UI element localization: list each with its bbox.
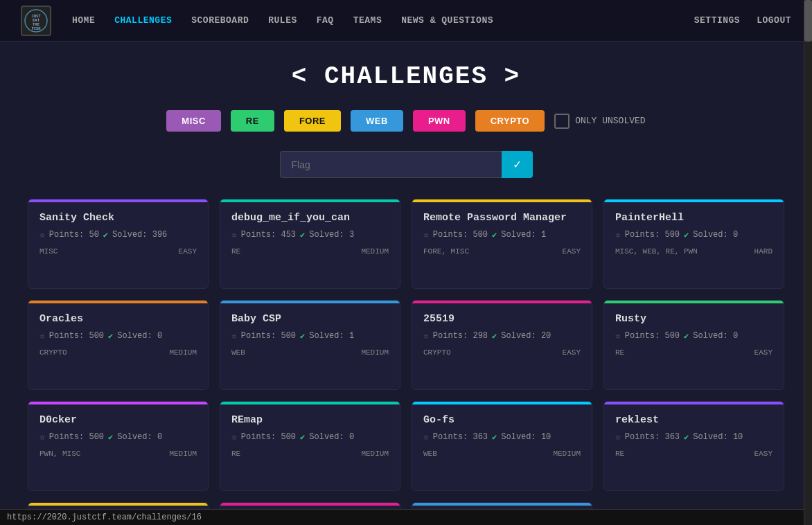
nav-right: SETTINGS LOGOUT [694, 15, 791, 26]
navbar: JUST EAT THE FISH HOME CHALLENGES SCOREB… [0, 0, 812, 42]
challenge-title: Sanity Check [39, 212, 197, 224]
check-icon: ✔ [492, 432, 497, 443]
star-icon: ☆ [231, 229, 237, 240]
nav-home[interactable]: HOME [72, 15, 95, 26]
challenge-points: Points: 453 [241, 230, 296, 240]
check-icon: ✔ [103, 230, 108, 240]
svg-text:FISH: FISH [31, 26, 40, 30]
nav-faq[interactable]: FAQ [317, 15, 334, 26]
challenge-title: REmap [231, 414, 389, 426]
challenge-meta: ☆ Points: 363 ✔ Solved: 10 [615, 431, 773, 443]
challenge-category: RE [615, 450, 624, 458]
star-icon: ☆ [39, 431, 45, 443]
challenge-solved: Solved: 396 [112, 230, 167, 240]
challenge-category: MISC [39, 247, 58, 256]
challenge-category: MISC, WEB, RE, PWN [615, 247, 698, 256]
flag-input[interactable] [280, 151, 502, 178]
statusbar-url: https://2020.justctf.team/challenges/16 [7, 513, 202, 522]
nav-rules[interactable]: RULES [268, 15, 297, 26]
challenge-title: reklest [615, 414, 773, 426]
main-content: < CHALLENGES > MISC RE FORE WEB PWN CRYP… [0, 42, 812, 525]
flag-submit-btn[interactable]: ✓ [502, 151, 533, 178]
challenge-difficulty: MEDIUM [361, 450, 389, 458]
only-unsolved-checkbox[interactable] [554, 114, 570, 129]
challenge-footer: WEB MEDIUM [423, 450, 581, 458]
challenge-title: D0cker [39, 414, 197, 426]
only-unsolved-label[interactable]: ONLY UNSOLVED [554, 114, 645, 129]
filter-web-btn[interactable]: WEB [351, 110, 403, 132]
challenge-meta: ☆ Points: 453 ✔ Solved: 3 [231, 229, 389, 240]
star-icon: ☆ [615, 330, 621, 341]
check-icon: ✔ [108, 331, 113, 341]
only-unsolved-text: ONLY UNSOLVED [575, 116, 645, 126]
filter-pwn-btn[interactable]: PWN [413, 110, 466, 132]
challenge-card[interactable]: Go-fs ☆ Points: 363 ✔ Solved: 10 WEB MED… [412, 401, 592, 491]
challenge-category: CRYPTO [423, 348, 451, 357]
nav-links: HOME CHALLENGES SCOREBOARD RULES FAQ TEA… [72, 15, 694, 26]
nav-settings[interactable]: SETTINGS [694, 15, 740, 26]
challenge-category: RE [231, 247, 240, 256]
challenge-footer: CRYPTO EASY [423, 348, 581, 357]
challenge-category: PWN, MISC [39, 450, 80, 458]
filters-row: MISC RE FORE WEB PWN CRYPTO ONLY UNSOLVE… [28, 110, 784, 132]
challenge-difficulty: MEDIUM [361, 348, 389, 357]
challenge-card[interactable]: Sanity Check ☆ Points: 50 ✔ Solved: 396 … [28, 199, 209, 289]
star-icon: ☆ [231, 330, 237, 341]
challenge-category: RE [615, 348, 624, 357]
challenge-footer: MISC, WEB, RE, PWN HARD [615, 247, 773, 256]
challenge-card[interactable]: Remote Password Manager ☆ Points: 500 ✔ … [412, 199, 592, 289]
statusbar: https://2020.justctf.team/challenges/16 [0, 509, 812, 525]
scrollbar-handle[interactable] [804, 0, 812, 42]
challenge-difficulty: MEDIUM [361, 247, 389, 256]
challenge-card[interactable]: 25519 ☆ Points: 298 ✔ Solved: 20 CRYPTO … [412, 300, 592, 390]
challenge-card[interactable]: REmap ☆ Points: 500 ✔ Solved: 0 RE MEDIU… [220, 401, 400, 491]
star-icon: ☆ [423, 431, 429, 443]
challenge-card[interactable]: D0cker ☆ Points: 500 ✔ Solved: 0 PWN, MI… [28, 401, 209, 491]
challenge-difficulty: MEDIUM [169, 450, 197, 458]
challenge-card[interactable]: debug_me_if_you_can ☆ Points: 453 ✔ Solv… [220, 199, 400, 289]
logo[interactable]: JUST EAT THE FISH [21, 6, 51, 36]
challenge-difficulty: EASY [754, 348, 773, 357]
challenge-solved: Solved: 0 [117, 432, 162, 442]
challenge-solved: Solved: 1 [501, 230, 546, 240]
check-icon: ✔ [492, 331, 497, 341]
challenge-points: Points: 50 [49, 230, 99, 240]
filter-crypto-btn[interactable]: CRYPTO [475, 110, 545, 132]
challenge-card[interactable]: Oracles ☆ Points: 500 ✔ Solved: 0 CRYPTO… [28, 300, 209, 390]
nav-scoreboard[interactable]: SCOREBOARD [191, 15, 249, 26]
check-icon: ✔ [300, 432, 305, 443]
challenge-footer: PWN, MISC MEDIUM [39, 450, 197, 458]
challenge-points: Points: 500 [49, 331, 104, 341]
challenge-footer: WEB MEDIUM [231, 348, 389, 357]
challenge-title: Remote Password Manager [423, 212, 581, 224]
nav-teams[interactable]: TEAMS [353, 15, 382, 26]
challenge-title: Rusty [615, 313, 773, 325]
nav-news[interactable]: NEWS & QUESTIONS [401, 15, 493, 26]
challenge-card[interactable]: Rusty ☆ Points: 500 ✔ Solved: 0 RE EASY [603, 300, 784, 390]
challenge-card[interactable]: reklest ☆ Points: 363 ✔ Solved: 10 RE EA… [603, 401, 784, 491]
challenge-meta: ☆ Points: 500 ✔ Solved: 0 [39, 431, 197, 443]
challenge-points: Points: 500 [241, 331, 296, 341]
check-icon: ✔ [108, 432, 113, 443]
challenge-footer: FORE, MISC EASY [423, 247, 581, 256]
check-icon: ✔ [300, 230, 305, 240]
challenge-difficulty: MEDIUM [553, 450, 581, 458]
challenge-difficulty: MEDIUM [169, 348, 197, 357]
challenge-difficulty: EASY [179, 247, 197, 256]
challenge-category: WEB [231, 348, 245, 357]
nav-logout[interactable]: LOGOUT [757, 15, 791, 26]
filter-re-btn[interactable]: RE [231, 110, 274, 132]
filter-fore-btn[interactable]: FORE [284, 110, 341, 132]
challenge-solved: Solved: 0 [693, 331, 738, 341]
challenge-footer: RE EASY [615, 348, 773, 357]
scrollbar[interactable] [804, 0, 812, 525]
challenge-card[interactable]: PainterHell ☆ Points: 500 ✔ Solved: 0 MI… [603, 199, 784, 289]
star-icon: ☆ [231, 431, 237, 443]
nav-challenges[interactable]: CHALLENGES [114, 15, 172, 26]
challenge-card[interactable]: Baby CSP ☆ Points: 500 ✔ Solved: 1 WEB M… [220, 300, 400, 390]
challenge-title: Go-fs [423, 414, 581, 426]
challenge-footer: MISC EASY [39, 247, 197, 256]
filter-misc-btn[interactable]: MISC [166, 110, 221, 132]
star-icon: ☆ [615, 431, 621, 443]
challenge-points: Points: 500 [49, 432, 104, 442]
